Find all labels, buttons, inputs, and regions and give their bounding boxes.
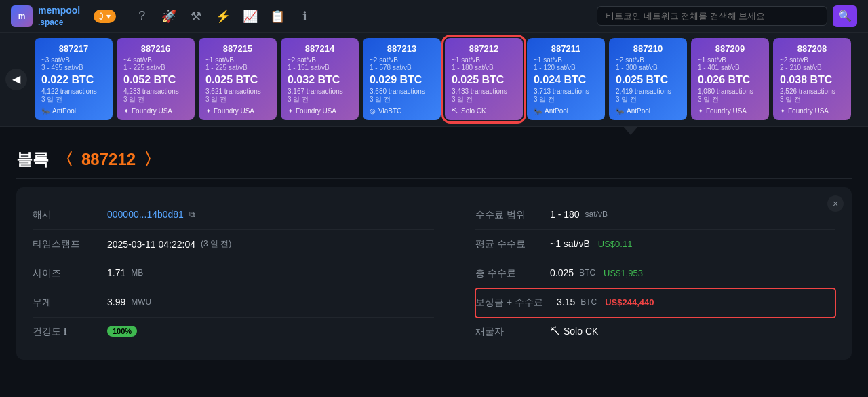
title-prefix: 블록 — [16, 149, 49, 170]
block-887211[interactable]: 887211 ~1 sat/vB 1 - 120 sat/vB 0.024 BT… — [527, 38, 605, 120]
reward-value: 3.15 BTC US$244,440 — [557, 297, 654, 307]
block-number: 887215 — [205, 43, 270, 54]
detail-left-col: 해시 000000...14b0d81 ⧉ 타임스탬프 2025-03-11 0… — [33, 201, 434, 346]
hash-value: 000000...14b0d81 ⧉ — [107, 209, 195, 220]
btc-symbol: ₿ — [99, 12, 104, 21]
logo-text: mempool .space — [38, 5, 80, 28]
logo-icon: m — [11, 5, 33, 27]
nav-icons: ? 🚀 ⚒ ⚡ 📈 📋 ℹ — [130, 4, 317, 29]
close-button[interactable]: × — [827, 195, 844, 212]
timestamp-value: 2025-03-11 04:22:04 (3 일 전) — [107, 238, 231, 250]
blocks-nav-prev[interactable]: ◀ — [5, 69, 27, 90]
nav-rocket-icon[interactable]: 🚀 — [157, 4, 181, 29]
btc-dropdown-arrow: ▾ — [106, 12, 111, 21]
block-number: 887211 — [534, 43, 598, 54]
search-input[interactable] — [597, 6, 827, 26]
nav-info-icon[interactable]: ℹ — [292, 4, 317, 29]
size-row: 사이즈 1.71 MB — [33, 259, 434, 288]
total-fee-label: 총 수수료 — [475, 267, 536, 280]
weight-value: 3.99 MWU — [107, 297, 151, 307]
size-label: 사이즈 — [33, 267, 94, 280]
block-887215[interactable]: 887215 ~1 sat/vB 1 - 225 sat/vB 0.025 BT… — [199, 38, 277, 120]
total-fee-row: 총 수수료 0.025 BTC US$1,953 — [475, 259, 835, 288]
miner-value: ⛏ Solo CK — [550, 326, 598, 337]
block-detail-title: 블록 〈 887212 〉 — [16, 149, 852, 170]
miner-icon: ⛏ — [550, 326, 559, 337]
weight-label: 무게 — [33, 297, 94, 309]
nav-chart-icon[interactable]: 📈 — [238, 4, 262, 29]
block-number: 887208 — [780, 43, 844, 54]
next-block-btn[interactable]: 〉 — [144, 149, 160, 170]
detail-panel: × 해시 000000...14b0d81 ⧉ 타임스탬프 2025-03-11… — [16, 187, 852, 360]
search-bar: 🔍 — [597, 5, 857, 27]
block-number: 887214 — [288, 43, 352, 54]
block-number: 887212 — [452, 43, 516, 54]
block-887216[interactable]: 887216 ~4 sat/vB 1 - 225 sat/vB 0.052 BT… — [117, 38, 195, 120]
fee-range-label: 수수료 범위 — [475, 209, 536, 221]
block-887209[interactable]: 887209 ~1 sat/vB 1 - 401 sat/vB 0.026 BT… — [691, 38, 769, 120]
btc-badge[interactable]: ₿ ▾ — [94, 10, 116, 23]
block-887217[interactable]: 887217 ~3 sat/vB 3 - 495 sat/vB 0.022 BT… — [35, 38, 113, 120]
reward-label: 보상금 + 수수료 — [475, 297, 543, 309]
block-number: 887209 — [698, 43, 762, 54]
detail-block-number: 887212 — [81, 150, 136, 169]
block-number: 887216 — [123, 43, 188, 54]
nav-pickaxe-icon[interactable]: ⚒ — [184, 4, 208, 29]
header: m mempool .space ₿ ▾ ? 🚀 ⚒ ⚡ 📈 📋 ℹ 🔍 — [0, 0, 868, 33]
fee-range-row: 수수료 범위 1 - 180 sat/vB — [475, 201, 835, 230]
health-label: 건강도 ℹ — [33, 326, 94, 338]
block-887213[interactable]: 887213 ~2 sat/vB 1 - 578 sat/vB 0.029 BT… — [363, 38, 441, 120]
miner-row: 채굴자 ⛏ Solo CK — [475, 318, 835, 346]
block-887212[interactable]: 887212 ~1 sat/vB 1 - 180 sat/vB 0.025 BT… — [445, 38, 523, 120]
reward-row: 보상금 + 수수료 3.15 BTC US$244,440 — [475, 288, 835, 318]
block-number: 887217 — [41, 43, 106, 54]
avg-fee-value: ~1 sat/vB US$0.11 — [550, 238, 632, 249]
blocks-scroll: ◀ 887217 ~3 sat/vB 3 - 495 sat/vB 0.022 … — [0, 38, 859, 120]
timestamp-row: 타임스탬프 2025-03-11 04:22:04 (3 일 전) — [33, 230, 434, 259]
avg-fee-row: 평균 수수료 ~1 sat/vB US$0.11 — [475, 230, 835, 259]
block-887208[interactable]: 887208 ~2 sat/vB 2 - 210 sat/vB 0.038 BT… — [773, 38, 851, 120]
copy-hash-icon[interactable]: ⧉ — [189, 210, 195, 219]
nav-question-icon[interactable]: ? — [130, 4, 154, 29]
logo: m mempool .space — [11, 5, 80, 28]
miner-label: 채굴자 — [475, 326, 536, 338]
detail-right-col: 수수료 범위 1 - 180 sat/vB 평균 수수료 ~1 sat/vB U… — [448, 201, 835, 346]
block-887210[interactable]: 887210 ~2 sat/vB 1 - 300 sat/vB 0.025 BT… — [609, 38, 687, 120]
block-number: 887210 — [616, 43, 680, 54]
block-887214[interactable]: 887214 ~2 sat/vB 1 - 151 sat/vB 0.032 BT… — [281, 38, 359, 120]
block-number: 887213 — [370, 43, 434, 54]
health-badge: 100% — [107, 326, 137, 337]
weight-row: 무게 3.99 MWU — [33, 288, 434, 318]
hash-row: 해시 000000...14b0d81 ⧉ — [33, 201, 434, 230]
divider — [16, 178, 852, 179]
health-value: 100% — [107, 326, 137, 337]
health-info-icon[interactable]: ℹ — [64, 327, 67, 337]
nav-lightning-icon[interactable]: ⚡ — [211, 4, 235, 29]
timestamp-label: 타임스탬프 — [33, 238, 94, 250]
total-fee-value: 0.025 BTC US$1,953 — [550, 267, 643, 278]
search-button[interactable]: 🔍 — [833, 5, 857, 27]
avg-fee-label: 평균 수수료 — [475, 238, 536, 250]
blocks-container: ◀ 887217 ~3 sat/vB 3 - 495 sat/vB 0.022 … — [0, 33, 868, 127]
prev-block-btn[interactable]: 〈 — [57, 149, 73, 170]
detail-grid: 해시 000000...14b0d81 ⧉ 타임스탬프 2025-03-11 0… — [33, 201, 835, 346]
hash-label: 해시 — [33, 209, 94, 221]
fee-range-value: 1 - 180 sat/vB — [550, 209, 608, 220]
size-value: 1.71 MB — [107, 267, 143, 278]
nav-clipboard-icon[interactable]: 📋 — [265, 4, 290, 29]
main-content: 블록 〈 887212 〉 × 해시 000000...14b0d81 ⧉ 타임… — [0, 135, 868, 373]
health-row: 건강도 ℹ 100% — [33, 318, 434, 346]
